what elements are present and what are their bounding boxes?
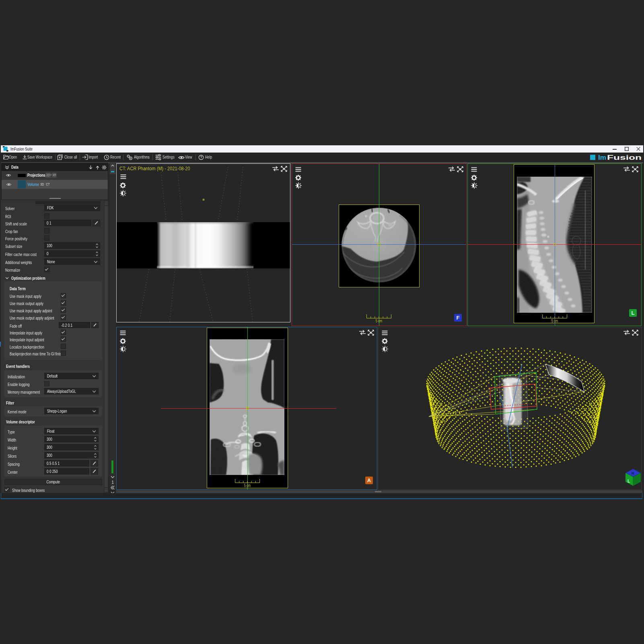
svg-text:L: L [628, 479, 630, 483]
svg-text:Im: Im [598, 154, 606, 161]
svg-text:Fusion: Fusion [607, 154, 642, 161]
svg-text:H: H [632, 471, 634, 475]
